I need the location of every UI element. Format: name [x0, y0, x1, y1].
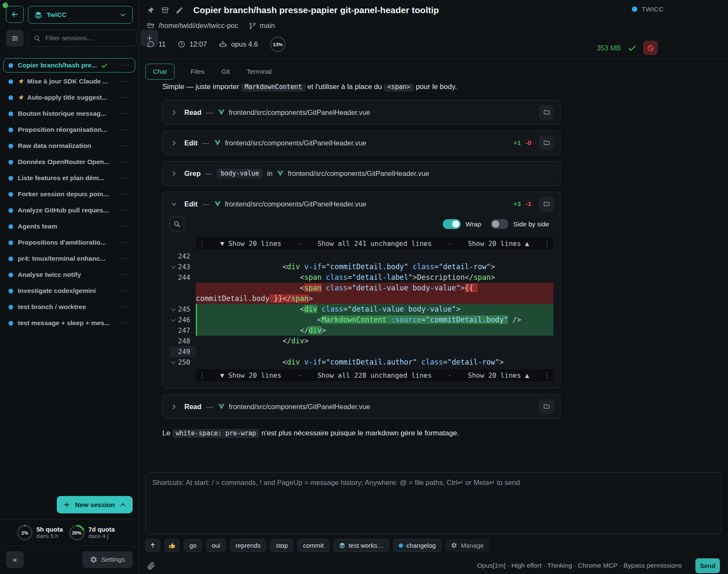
- session-title: pr4: tmux/terminal enhanc...: [18, 255, 106, 262]
- new-session-button[interactable]: New session: [57, 496, 133, 513]
- session-menu-button[interactable]: ···: [122, 271, 130, 278]
- show-lines-up-button[interactable]: Show 20 lines ▲: [468, 238, 529, 249]
- archive-icon[interactable]: [161, 6, 169, 14]
- quick-action-label: commit: [303, 542, 323, 549]
- tool-card-header[interactable]: Grep — body-value in frontend/src/compon…: [163, 162, 560, 185]
- quick-action-label: go: [189, 542, 197, 549]
- session-item[interactable]: Auto-apply title suggest...···: [3, 90, 135, 105]
- session-status-dot: [8, 95, 13, 100]
- session-menu-button[interactable]: ···: [122, 191, 130, 198]
- show-lines-down-button[interactable]: ▼ Show 20 lines: [220, 370, 281, 381]
- session-item[interactable]: Mise à jour SDK Claude ...···: [3, 74, 135, 89]
- session-menu-button[interactable]: ···: [122, 320, 130, 326]
- session-item[interactable]: Raw data normalization···: [3, 139, 135, 153]
- session-menu-button[interactable]: ···: [122, 175, 130, 181]
- quick-action-button[interactable]: [164, 539, 180, 552]
- session-menu-button[interactable]: ···: [122, 304, 130, 310]
- session-item[interactable]: Forker session depuis poin...···: [3, 187, 135, 201]
- quick-action-button[interactable]: [145, 539, 160, 552]
- block-button[interactable]: [643, 41, 658, 55]
- project-dropdown[interactable]: TwiCC: [28, 6, 133, 24]
- collapse-sidebar-button[interactable]: «: [6, 551, 24, 568]
- session-menu-button[interactable]: ···: [122, 62, 130, 69]
- tab-terminal[interactable]: Terminal: [246, 64, 272, 79]
- session-filter-input[interactable]: [44, 34, 131, 42]
- inline-code: <span>: [384, 84, 414, 92]
- session-item[interactable]: Analyse twicc notify···: [3, 267, 135, 282]
- chevron-right-icon[interactable]: [171, 140, 177, 146]
- quick-action-commit[interactable]: commit: [297, 539, 329, 552]
- session-menu-button[interactable]: ···: [122, 223, 130, 230]
- quick-action-stop[interactable]: stop: [270, 539, 293, 552]
- tab-chat[interactable]: Chat: [145, 64, 175, 80]
- chat-scroll-area[interactable]: Simple — juste importer MarkdownContent …: [139, 84, 728, 470]
- tool-card-header[interactable]: Edit — frontend/src/components/GitPanelH…: [163, 131, 560, 155]
- session-menu-button[interactable]: ···: [122, 159, 130, 165]
- session-item[interactable]: Liste features et plan dém...···: [3, 171, 135, 185]
- fold-icon[interactable]: [169, 362, 177, 363]
- tool-card-header[interactable]: Read — frontend/src/components/GitPanelH…: [163, 395, 560, 418]
- session-item[interactable]: pr4: tmux/terminal enhanc...···: [3, 251, 135, 266]
- expand-lines-bar-bottom[interactable]: ┆ ▼ Show 20 lines · Show all 228 unchang…: [196, 369, 553, 381]
- quick-action-reprends[interactable]: reprends: [230, 539, 266, 552]
- session-status-dot: [8, 289, 13, 293]
- chevron-right-icon[interactable]: [171, 404, 177, 410]
- show-lines-down-button[interactable]: ▼ Show 20 lines: [220, 238, 281, 249]
- session-item[interactable]: Analyze GitHub pull reques...···: [3, 203, 135, 217]
- open-file-button[interactable]: [539, 105, 554, 120]
- session-item[interactable]: test message + sleep + mes...···: [3, 316, 135, 330]
- message-input[interactable]: [146, 473, 721, 534]
- session-menu-button[interactable]: ···: [122, 94, 130, 101]
- open-file-button[interactable]: [539, 136, 554, 150]
- session-item[interactable]: Investigate codex/gemini···: [3, 284, 135, 298]
- chevron-down-icon[interactable]: [171, 201, 177, 207]
- filter-options-button[interactable]: [6, 30, 24, 47]
- tab-git[interactable]: Git: [220, 64, 231, 79]
- quick-action-go[interactable]: go: [184, 539, 202, 552]
- tab-files[interactable]: Files: [190, 64, 206, 79]
- search-icon: [33, 35, 41, 42]
- tool-card-header[interactable]: Edit — frontend/src/components/GitPanelH…: [163, 192, 560, 216]
- session-menu-button[interactable]: ···: [122, 142, 130, 149]
- session-item[interactable]: test branch / worktree···: [3, 300, 135, 314]
- diff-search-button[interactable]: [169, 217, 184, 231]
- settings-button[interactable]: Settings: [82, 551, 133, 568]
- side-by-side-toggle[interactable]: [491, 219, 508, 229]
- paperclip-icon[interactable]: [147, 562, 155, 570]
- fold-icon[interactable]: [169, 319, 177, 321]
- fold-icon[interactable]: [169, 309, 177, 310]
- dash: —: [202, 200, 209, 208]
- expand-lines-bar-top[interactable]: ┆ ▼ Show 20 lines · Show all 241 unchang…: [196, 237, 553, 249]
- quick-action-oui[interactable]: oui: [206, 539, 226, 552]
- tool-card-header[interactable]: Read — frontend/src/components/GitPanelH…: [163, 100, 560, 124]
- session-item[interactable]: Bouton historique messag...···: [3, 106, 135, 121]
- show-all-lines-button[interactable]: Show all 228 unchanged lines: [317, 370, 432, 381]
- quick-action-test-works-[interactable]: test works…: [333, 539, 389, 552]
- session-item[interactable]: Données OpenRouter Open...···: [3, 155, 135, 169]
- session-menu-button[interactable]: ···: [122, 126, 130, 133]
- quick-action-manage[interactable]: Manage: [445, 539, 489, 552]
- session-item[interactable]: Copier branch/hash pre...···: [3, 58, 135, 72]
- session-menu-button[interactable]: ···: [122, 78, 130, 85]
- wrap-toggle[interactable]: [443, 219, 461, 229]
- fold-icon[interactable]: [169, 266, 177, 268]
- open-file-button[interactable]: [539, 197, 554, 212]
- quick-action-changelog[interactable]: changelog: [393, 539, 441, 552]
- open-file-button[interactable]: [539, 399, 554, 414]
- show-lines-up-button[interactable]: Show 20 lines ▲: [468, 370, 529, 381]
- chevron-right-icon[interactable]: [171, 109, 177, 116]
- back-button[interactable]: [6, 6, 24, 23]
- session-item[interactable]: Agents team···: [3, 219, 135, 234]
- session-menu-button[interactable]: ···: [122, 110, 130, 117]
- session-item[interactable]: Proposition réorganisation...···: [3, 123, 135, 137]
- session-item[interactable]: Propositions d'amélioratio...···: [3, 235, 135, 250]
- send-button[interactable]: Send: [695, 558, 720, 573]
- session-menu-button[interactable]: ···: [122, 255, 130, 262]
- session-menu-button[interactable]: ···: [122, 239, 130, 246]
- session-menu-button[interactable]: ···: [122, 287, 130, 294]
- chevron-right-icon[interactable]: [171, 170, 177, 177]
- show-all-lines-button[interactable]: Show all 241 unchanged lines: [317, 238, 432, 249]
- pin-icon[interactable]: [147, 6, 155, 14]
- session-menu-button[interactable]: ···: [122, 207, 130, 214]
- pencil-icon[interactable]: [175, 6, 183, 14]
